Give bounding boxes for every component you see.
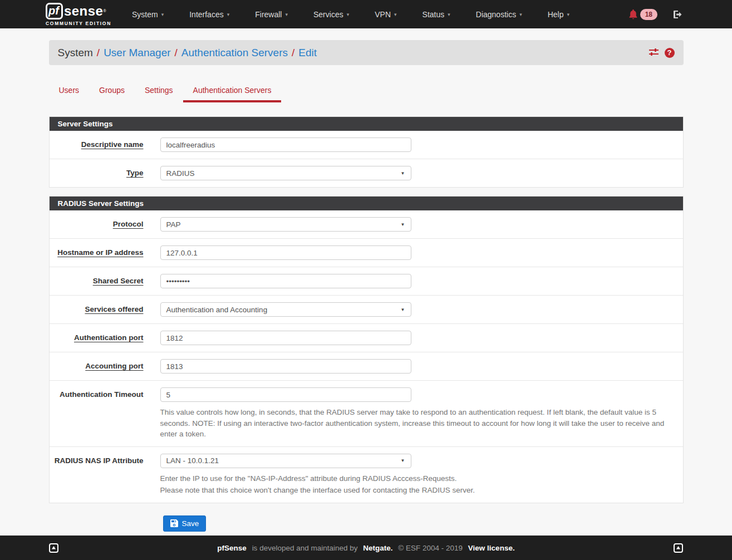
pfsense-logo[interactable]: pf sense ® COMMUNITY EDITION bbox=[46, 3, 111, 26]
authentication-port-label: Authentication port bbox=[74, 333, 144, 342]
authentication-timeout-label: Authentication Timeout bbox=[60, 390, 144, 399]
save-button-label: Save bbox=[182, 519, 199, 528]
menu-system[interactable]: System ▾ bbox=[119, 0, 176, 28]
type-row: Type RADIUS ▼ bbox=[50, 159, 683, 187]
notifications-bell-icon[interactable] bbox=[628, 9, 638, 19]
breadcrumb-link-edit[interactable]: Edit bbox=[298, 47, 317, 59]
breadcrumb-system: System bbox=[58, 47, 93, 59]
scroll-top-icon[interactable] bbox=[49, 543, 58, 553]
radius-server-settings-panel: RADIUS Server Settings Protocol PAP ▼ Ho… bbox=[49, 196, 684, 503]
tab-bar: Users Groups Settings Authentication Ser… bbox=[49, 81, 684, 102]
menu-interfaces[interactable]: Interfaces ▾ bbox=[176, 0, 242, 28]
select-value: PAP bbox=[166, 220, 181, 229]
services-offered-label: Services offered bbox=[85, 305, 143, 313]
select-caret-icon: ▼ bbox=[401, 307, 405, 312]
menu-label: Interfaces bbox=[189, 10, 223, 19]
menu-firewall[interactable]: Firewall ▾ bbox=[242, 0, 301, 28]
footer-copyright: © ESF 2004 - 2019 bbox=[398, 544, 463, 552]
pfsense-logo-sense: sense bbox=[64, 3, 104, 19]
nas-ip-attribute-row: RADIUS NAS IP Attribute LAN - 10.0.1.21 … bbox=[50, 446, 683, 503]
breadcrumb-separator: / bbox=[292, 47, 294, 59]
select-caret-icon: ▼ bbox=[401, 171, 405, 176]
menu-help[interactable]: Help ▾ bbox=[535, 0, 582, 28]
footer-netgate-link[interactable]: Netgate. bbox=[363, 544, 392, 552]
menu-diagnostics[interactable]: Diagnostics ▾ bbox=[463, 0, 535, 28]
alerts-count-badge[interactable]: 18 bbox=[640, 9, 657, 20]
nas-ip-attribute-label: RADIUS NAS IP Attribute bbox=[55, 456, 144, 465]
breadcrumb-separator: / bbox=[175, 47, 178, 59]
footer-text: is developed and maintained by bbox=[252, 544, 358, 552]
footer-view-license-link[interactable]: View license. bbox=[468, 544, 515, 552]
shared-secret-label: Shared Secret bbox=[93, 277, 144, 285]
panel-title: RADIUS Server Settings bbox=[50, 197, 683, 210]
menu-label: Services bbox=[313, 10, 343, 19]
hostname-input[interactable] bbox=[160, 245, 411, 260]
server-settings-panel: Server Settings Descriptive name Type RA… bbox=[49, 116, 684, 188]
hostname-label: Hostname or IP address bbox=[57, 248, 143, 257]
authentication-port-input[interactable] bbox=[160, 331, 411, 345]
authentication-timeout-row: Authentication Timeout This value contro… bbox=[50, 380, 683, 446]
nas-ip-attribute-select[interactable]: LAN - 10.0.1.21 ▼ bbox=[160, 454, 411, 468]
menu-label: Help bbox=[548, 10, 564, 19]
help-icon[interactable]: ? bbox=[665, 48, 675, 58]
logout-icon[interactable] bbox=[673, 9, 683, 19]
chevron-down-icon: ▾ bbox=[567, 12, 569, 17]
save-button[interactable]: Save bbox=[163, 515, 207, 532]
breadcrumb-link-user-manager[interactable]: User Manager bbox=[104, 47, 170, 59]
services-offered-row: Services offered Authentication and Acco… bbox=[50, 295, 683, 323]
menu-label: Status bbox=[423, 10, 445, 19]
chevron-down-icon: ▾ bbox=[519, 12, 522, 17]
select-value: RADIUS bbox=[166, 169, 195, 178]
chevron-down-icon: ▾ bbox=[161, 12, 164, 17]
type-label: Type bbox=[126, 169, 144, 177]
accounting-port-row: Accounting port bbox=[50, 352, 683, 380]
descriptive-name-input[interactable] bbox=[160, 137, 411, 152]
breadcrumb-separator: / bbox=[97, 47, 100, 59]
main-menu: System ▾ Interfaces ▾ Firewall ▾ Service… bbox=[119, 0, 582, 28]
shared-secret-row: Shared Secret bbox=[50, 267, 683, 295]
scroll-top-icon[interactable] bbox=[674, 543, 683, 553]
hostname-row: Hostname or IP address bbox=[50, 238, 683, 267]
chevron-down-icon: ▾ bbox=[285, 12, 288, 17]
menu-vpn[interactable]: VPN ▾ bbox=[362, 0, 409, 28]
select-caret-icon: ▼ bbox=[401, 222, 405, 227]
sliders-icon[interactable] bbox=[649, 48, 659, 57]
breadcrumb: System / User Manager / Authentication S… bbox=[49, 40, 684, 65]
protocol-label: Protocol bbox=[113, 220, 144, 228]
shared-secret-input[interactable] bbox=[160, 274, 411, 288]
authentication-timeout-input[interactable] bbox=[160, 387, 411, 402]
protocol-row: Protocol PAP ▼ bbox=[50, 210, 683, 238]
footer-pfsense: pfSense bbox=[217, 544, 247, 552]
tab-settings[interactable]: Settings bbox=[135, 81, 183, 102]
services-offered-select[interactable]: Authentication and Accounting ▼ bbox=[160, 302, 411, 317]
select-value: Authentication and Accounting bbox=[166, 306, 268, 314]
accounting-port-label: Accounting port bbox=[85, 362, 143, 370]
panel-title: Server Settings bbox=[50, 117, 683, 131]
breadcrumb-link-authentication-servers[interactable]: Authentication Servers bbox=[181, 47, 288, 59]
chevron-down-icon: ▾ bbox=[227, 12, 230, 17]
protocol-select[interactable]: PAP ▼ bbox=[160, 217, 411, 232]
top-navbar: pf sense ® COMMUNITY EDITION System ▾ In… bbox=[0, 0, 732, 28]
pfsense-logo-pf: pf bbox=[46, 3, 63, 19]
menu-label: Firewall bbox=[255, 10, 282, 19]
tab-users[interactable]: Users bbox=[49, 81, 90, 102]
chevron-down-icon: ▾ bbox=[394, 12, 397, 17]
chevron-down-icon: ▾ bbox=[347, 12, 350, 17]
footer-credits: pfSense is developed and maintained by N… bbox=[58, 544, 674, 552]
tab-authentication-servers[interactable]: Authentication Servers bbox=[183, 81, 282, 102]
registered-mark: ® bbox=[103, 9, 106, 13]
type-select[interactable]: RADIUS ▼ bbox=[160, 166, 411, 180]
tab-groups[interactable]: Groups bbox=[89, 81, 135, 102]
menu-services[interactable]: Services ▾ bbox=[301, 0, 362, 28]
descriptive-name-label: Descriptive name bbox=[81, 140, 144, 149]
menu-status[interactable]: Status ▾ bbox=[410, 0, 463, 28]
menu-label: Diagnostics bbox=[476, 10, 516, 19]
footer: pfSense is developed and maintained by N… bbox=[0, 536, 732, 560]
select-caret-icon: ▼ bbox=[401, 458, 405, 463]
descriptive-name-row: Descriptive name bbox=[50, 131, 683, 159]
menu-label: System bbox=[132, 10, 158, 19]
menu-label: VPN bbox=[375, 10, 391, 19]
accounting-port-input[interactable] bbox=[160, 359, 411, 374]
authentication-timeout-help: This value controls how long, in seconds… bbox=[160, 407, 671, 440]
select-value: LAN - 10.0.1.21 bbox=[166, 456, 219, 465]
